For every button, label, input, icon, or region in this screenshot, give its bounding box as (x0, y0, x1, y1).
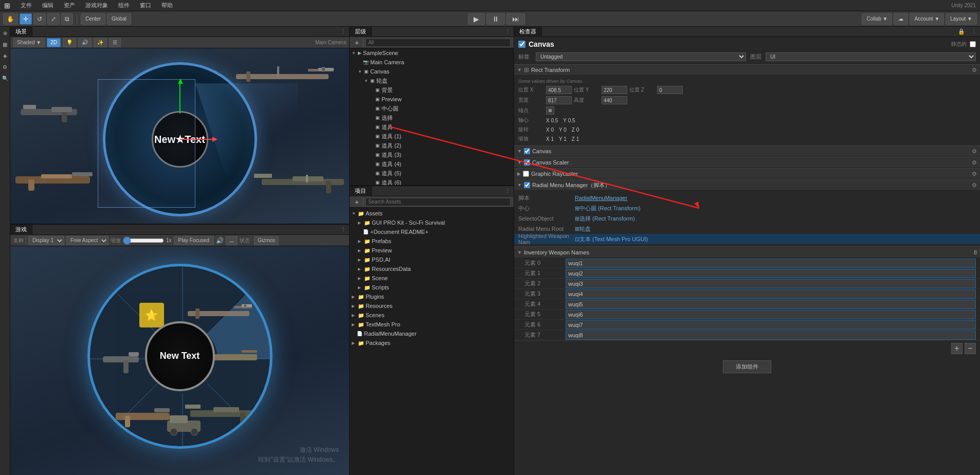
project-tab[interactable]: 项目 (350, 186, 372, 196)
project-item[interactable]: ▶📁Prefabs (350, 236, 514, 246)
inventory-add-btn[interactable]: + (951, 343, 963, 354)
rect-transform-header[interactable]: ▼ ⊞ Rect Transform ⚙ (514, 64, 980, 76)
project-item[interactable]: ▶📁Preview (350, 246, 514, 255)
transform-rect-btn[interactable]: ⧉ (61, 13, 73, 25)
center-field-value[interactable]: ⊞中心圆 (Rect Transform) (575, 205, 641, 212)
tool-icon-5[interactable]: 🔍 (1, 74, 9, 82)
menu-help[interactable]: 帮助 (159, 2, 175, 9)
hierarchy-tab[interactable]: 层级 (350, 27, 372, 37)
layout-btn[interactable]: Layout ▼ (946, 13, 977, 25)
audio-icon[interactable]: 🔊 (216, 237, 224, 244)
inv-element-3-input[interactable] (566, 289, 976, 299)
scene-tab[interactable]: 场景 (10, 27, 32, 37)
gizmos-btn[interactable]: Gizmos (254, 236, 279, 245)
canvas-scaler-header[interactable]: ▼ Canvas Scaler ⚙ (514, 157, 980, 168)
canvas-scaler-gear[interactable]: ⚙ (972, 159, 977, 166)
graphic-raycaster-header[interactable]: ▶ Graphic Raycaster ⚙ (514, 168, 980, 179)
hierarchy-item[interactable]: ▣道具 (1) (350, 132, 514, 141)
collab-btn[interactable]: Collab ▼ (862, 13, 892, 25)
hierarchy-item[interactable]: ▣道具 (350, 122, 514, 132)
inventory-remove-btn[interactable]: − (965, 343, 976, 354)
hierarchy-item[interactable]: ▣中心圆 (350, 104, 514, 113)
inv-element-7-input[interactable] (566, 331, 976, 340)
width-input[interactable] (546, 96, 572, 104)
menu-edit[interactable]: 编辑 (40, 2, 56, 9)
step-btn[interactable]: ⏭ (506, 13, 525, 25)
graphic-raycaster-gear[interactable]: ⚙ (972, 171, 977, 177)
scene-fx-btn[interactable]: ✨ (94, 38, 107, 47)
project-item[interactable]: ▶📁TextMesh Pro (350, 320, 514, 329)
scene-2d-btn[interactable]: 2D (47, 38, 61, 47)
canvas-comp-checkbox[interactable] (524, 148, 530, 154)
tool-icon-4[interactable]: ⚙ (1, 63, 9, 71)
tool-icon-1[interactable]: ⊕ (1, 29, 9, 37)
inspector-tab-menu[interactable]: ⋮ (968, 28, 980, 35)
hierarchy-item[interactable]: ▼▣轮盘 (350, 76, 514, 85)
project-item[interactable]: ▶📁Resources (350, 301, 514, 310)
radial-mgr-checkbox[interactable] (524, 182, 530, 188)
menu-window[interactable]: 窗口 (138, 2, 153, 9)
project-item[interactable]: 📄+Document README+ (350, 227, 514, 236)
canvas-scaler-checkbox[interactable] (524, 159, 530, 166)
inv-element-5-input[interactable] (566, 310, 976, 319)
project-item[interactable]: ▼📁Assets (350, 209, 514, 218)
zoom-slider[interactable] (123, 237, 164, 244)
highlighted-weapon-value[interactable]: ⊡文本 (Text Mesh Pro UGUI) (575, 235, 648, 243)
tag-dropdown[interactable]: Untagged (536, 52, 746, 61)
hierarchy-item[interactable]: ▼▶SampleScene (350, 48, 514, 58)
canvas-comp-header[interactable]: ▼ Canvas ⚙ (514, 145, 980, 157)
transform-scale-btn[interactable]: ⤢ (47, 13, 60, 25)
static-checkbox[interactable] (970, 41, 976, 47)
hierarchy-item[interactable]: ▣道具 (2) (350, 141, 514, 150)
stats-btn[interactable]: ⚊ (226, 236, 238, 245)
menu-assets[interactable]: 资产 (62, 2, 77, 9)
inv-element-1-input[interactable] (566, 269, 976, 278)
script-field-value[interactable]: RadialMenuManager (575, 195, 627, 201)
project-item[interactable]: ▶📁PSD,AI (350, 255, 514, 264)
play-focused-btn[interactable]: Play Focused (174, 236, 214, 245)
hierarchy-plus-btn[interactable]: + (353, 39, 361, 47)
account-btn[interactable]: Account ▼ (910, 13, 944, 25)
menu-file[interactable]: 文件 (19, 2, 34, 9)
project-item[interactable]: ▶📁Scene (350, 273, 514, 283)
project-item[interactable]: ▶📁Scenes (350, 310, 514, 320)
global-toggle-btn[interactable]: Global (107, 13, 131, 25)
selecto-field-value[interactable]: ⊞选择 (Rect Transform) (575, 215, 635, 223)
inventory-header[interactable]: ▼ Inventory Weapon Names 8 (514, 247, 980, 258)
scene-tab-menu[interactable]: ⋮ (337, 28, 349, 35)
scene-shading-btn[interactable]: Shaded ▼ (13, 38, 45, 47)
tool-icon-2[interactable]: ▦ (1, 40, 9, 48)
hierarchy-item[interactable]: ▣道具 (4) (350, 159, 514, 169)
project-tab-menu[interactable]: ⋮ (502, 188, 514, 194)
radial-mgr-gear[interactable]: ⚙ (972, 182, 977, 189)
graphic-raycaster-checkbox[interactable] (523, 171, 529, 177)
play-btn[interactable]: ▶ (468, 13, 485, 25)
cloud-btn[interactable]: ☁ (894, 13, 908, 25)
inv-element-4-input[interactable] (566, 300, 976, 309)
game-canvas[interactable]: ⭐ (10, 246, 349, 475)
transform-hand-btn[interactable]: ✋ (3, 13, 18, 25)
hierarchy-item[interactable]: ▣Preview (350, 95, 514, 104)
inv-element-2-input[interactable] (566, 279, 976, 288)
inspector-lock-btn[interactable]: 🔒 (955, 28, 968, 35)
hierarchy-item[interactable]: ▣背景 (350, 85, 514, 95)
layer-dropdown[interactable]: UI (766, 52, 976, 61)
project-item[interactable]: ▶📁GUI PRO Kit - Sci-Fi Survival (350, 218, 514, 227)
scene-view-options-btn[interactable]: ☰ (109, 38, 121, 47)
hierarchy-item[interactable]: ▣道具 (5) (350, 169, 514, 178)
add-component-btn[interactable]: 添加组件 (723, 360, 771, 373)
inv-element-6-input[interactable] (566, 320, 976, 330)
scene-audio-btn[interactable]: 🔊 (78, 38, 92, 47)
project-item[interactable]: ▶📁Packages (350, 338, 514, 348)
menu-component[interactable]: 组件 (116, 2, 132, 9)
hierarchy-item[interactable]: ▼▣Canvas (350, 67, 514, 76)
canvas-comp-gear[interactable]: ⚙ (972, 148, 977, 155)
game-tab[interactable]: 游戏 (10, 225, 32, 235)
hierarchy-item[interactable]: ▣选择 (350, 113, 514, 122)
display-select[interactable]: Display 1 (28, 236, 64, 245)
project-plus-btn[interactable]: + (353, 198, 361, 206)
scene-light-btn[interactable]: 💡 (63, 38, 76, 47)
project-search-input[interactable] (366, 198, 511, 206)
transform-rotate-btn[interactable]: ↺ (33, 13, 46, 25)
pos-z-input[interactable] (657, 86, 683, 94)
